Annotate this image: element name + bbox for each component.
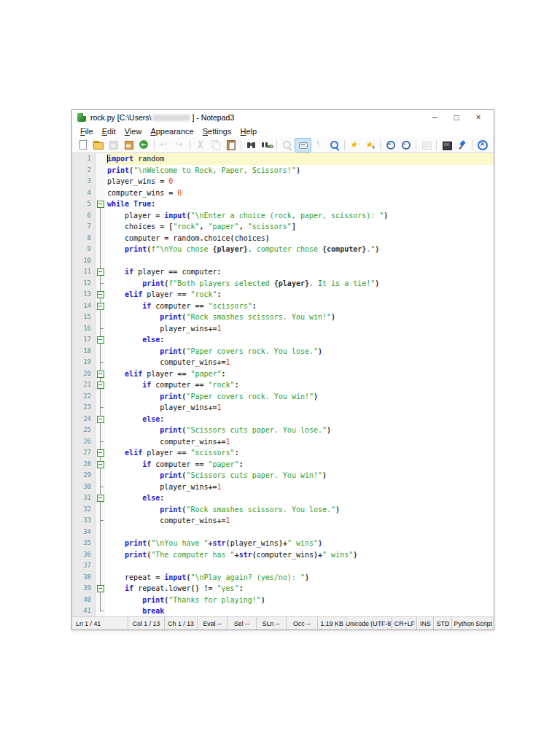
- status-insert-mode[interactable]: INS: [417, 617, 434, 630]
- status-column[interactable]: Col 1 / 13: [128, 617, 165, 630]
- code-line-29[interactable]: 29 print("Scissors cuts paper. You win!"…: [72, 470, 494, 481]
- code-line-33[interactable]: 33 computer_wins+=1: [72, 515, 494, 527]
- status-mode[interactable]: STD: [434, 617, 452, 630]
- code-line-21[interactable]: 21 if computer == "rock":: [72, 379, 494, 391]
- favorites-button[interactable]: [347, 139, 362, 152]
- code-line-10[interactable]: 10: [72, 255, 494, 267]
- code-line-24[interactable]: 24 else:: [72, 414, 494, 425]
- code-line-35[interactable]: 35 print("\nYou have "+str(player_wins)+…: [72, 538, 494, 549]
- code-text: if repeat.lower() != "yes":: [105, 583, 494, 595]
- code-line-38[interactable]: 38 repeat = input("\nPlay again? (yes/no…: [72, 572, 494, 584]
- code-line-4[interactable]: 4computer_wins = 0: [72, 187, 494, 199]
- code-text: [105, 527, 494, 538]
- paste-button[interactable]: [223, 139, 238, 152]
- code-line-26[interactable]: 26 computer_wins+=1: [72, 436, 494, 448]
- status-occurrences[interactable]: Occ --: [287, 617, 318, 630]
- code-line-13[interactable]: 13 elif player == "rock":: [72, 289, 494, 301]
- maximize-button[interactable]: □: [446, 111, 467, 124]
- menu-item-help[interactable]: Help: [236, 126, 261, 136]
- status-eol[interactable]: CR+LF: [392, 617, 417, 630]
- status-file-size[interactable]: 1.19 KB: [318, 617, 346, 630]
- fold-toggle-icon[interactable]: [97, 585, 104, 592]
- code-line-6[interactable]: 6 player = input("\nEnter a choice (rock…: [72, 210, 494, 222]
- code-line-19[interactable]: 19 computer_wins+=1: [72, 357, 494, 368]
- code-line-16[interactable]: 16 player_wins+=1: [72, 323, 494, 335]
- revert-button[interactable]: [136, 139, 152, 152]
- status-char[interactable]: Ch 1 / 13: [165, 617, 198, 630]
- code-line-15[interactable]: 15 print("Rock smashes scissors. You win…: [72, 311, 494, 323]
- code-line-41[interactable]: 41 break: [72, 605, 494, 616]
- code-line-27[interactable]: 27 elif player == "scissors":: [72, 447, 494, 459]
- fold-margin: [96, 278, 105, 290]
- status-eval[interactable]: Eval --: [198, 617, 228, 630]
- fullscreen-button[interactable]: [439, 139, 454, 152]
- fold-toggle-icon[interactable]: [97, 461, 104, 468]
- menu-item-settings[interactable]: Settings: [198, 126, 236, 136]
- code-line-28[interactable]: 28 if computer == "paper":: [72, 459, 494, 471]
- close-button[interactable]: ×: [467, 111, 489, 124]
- code-line-12[interactable]: 12 print(f"Both players selected {player…: [72, 278, 494, 290]
- code-line-36[interactable]: 36 print("The computer has "+str(compute…: [72, 549, 494, 561]
- code-line-37[interactable]: 37: [72, 560, 494, 572]
- status-lexer[interactable]: Python Script: [452, 617, 494, 630]
- menu-item-appearance[interactable]: Appearance: [146, 126, 198, 136]
- fold-margin: [96, 595, 105, 606]
- zoom-in-button[interactable]: [383, 139, 398, 152]
- code-line-31[interactable]: 31 else:: [72, 492, 494, 504]
- code-line-22[interactable]: 22 print("Paper covers rock. You win!"): [72, 391, 494, 403]
- code-text: elif player == "scissors":: [105, 447, 494, 459]
- fold-toggle-icon[interactable]: [97, 336, 104, 344]
- fold-toggle-icon[interactable]: [97, 303, 104, 310]
- fold-toggle-icon[interactable]: [97, 268, 104, 276]
- minimize-button[interactable]: –: [424, 111, 446, 124]
- code-line-7[interactable]: 7 choices = ["rock", "paper", "scissors"…: [72, 221, 494, 233]
- title-bar[interactable]: rock.py [C:\Users\ ] - Notepad3 – □ ×: [72, 110, 494, 125]
- code-line-25[interactable]: 25 print("Scissors cuts paper. You lose.…: [72, 425, 494, 436]
- fold-toggle-icon[interactable]: [97, 291, 104, 298]
- replace-button[interactable]: [259, 139, 274, 152]
- status-selected-lines[interactable]: SLn --: [257, 617, 287, 630]
- add-favorite-button[interactable]: [362, 139, 378, 152]
- fold-toggle-icon[interactable]: [97, 382, 104, 389]
- status-encoding[interactable]: Unicode (UTF-8): [346, 617, 392, 630]
- code-line-1[interactable]: 1import random: [72, 153, 494, 165]
- code-line-3[interactable]: 3player_wins = 0: [72, 176, 494, 187]
- menu-item-edit[interactable]: Edit: [98, 126, 120, 136]
- code-line-11[interactable]: 11 if player == computer:: [72, 266, 494, 278]
- fold-toggle-icon[interactable]: [97, 201, 104, 208]
- code-line-9[interactable]: 9 print(f"\nYou chose {player}, computer…: [72, 244, 494, 255]
- code-line-30[interactable]: 30 player_wins+=1: [72, 481, 494, 493]
- fold-toggle-icon[interactable]: [97, 416, 104, 423]
- search-button[interactable]: [327, 139, 342, 152]
- code-line-18[interactable]: 18 print("Paper covers rock. You lose."): [72, 346, 494, 357]
- code-line-2[interactable]: 2print("\nWelcome to Rock, Paper, Scisso…: [72, 165, 494, 177]
- open-file-button[interactable]: [90, 139, 106, 152]
- status-line[interactable]: Ln 1 / 41: [72, 617, 128, 630]
- code-line-32[interactable]: 32 print("Rock smashes scissors. You los…: [72, 504, 494, 516]
- toolbar: [72, 137, 494, 153]
- code-line-8[interactable]: 8 computer = random.choice(choices): [72, 233, 494, 244]
- fold-toggle-icon[interactable]: [97, 495, 104, 502]
- find-button[interactable]: [244, 139, 259, 152]
- fold-toggle-icon[interactable]: [97, 449, 104, 457]
- status-selection[interactable]: Sel --: [228, 617, 256, 630]
- code-line-39[interactable]: 39 if repeat.lower() != "yes":: [72, 583, 494, 595]
- menu-item-view[interactable]: View: [120, 126, 147, 136]
- code-line-5[interactable]: 5while True:: [72, 198, 494, 210]
- code-line-23[interactable]: 23 player_wins+=1: [72, 402, 494, 414]
- code-line-17[interactable]: 17 else:: [72, 334, 494, 346]
- redo-button: [172, 139, 187, 152]
- code-line-20[interactable]: 20 elif player == "paper":: [72, 368, 494, 380]
- zoom-out-button[interactable]: [398, 139, 413, 152]
- code-line-40[interactable]: 40 print("Thanks for playing!"): [72, 595, 494, 606]
- menu-item-file[interactable]: File: [76, 126, 98, 136]
- exit-button[interactable]: [475, 139, 490, 152]
- code-line-34[interactable]: 34: [72, 527, 494, 538]
- pin-on-top-button[interactable]: [454, 139, 470, 152]
- fold-toggle-icon[interactable]: [97, 371, 104, 378]
- editor[interactable]: 1import random2print("\nWelcome to Rock,…: [72, 153, 494, 616]
- word-wrap-button[interactable]: [295, 138, 311, 152]
- new-file-button[interactable]: [75, 139, 90, 152]
- save-as-button[interactable]: [121, 139, 136, 152]
- code-line-14[interactable]: 14 if computer == "scissors":: [72, 301, 494, 312]
